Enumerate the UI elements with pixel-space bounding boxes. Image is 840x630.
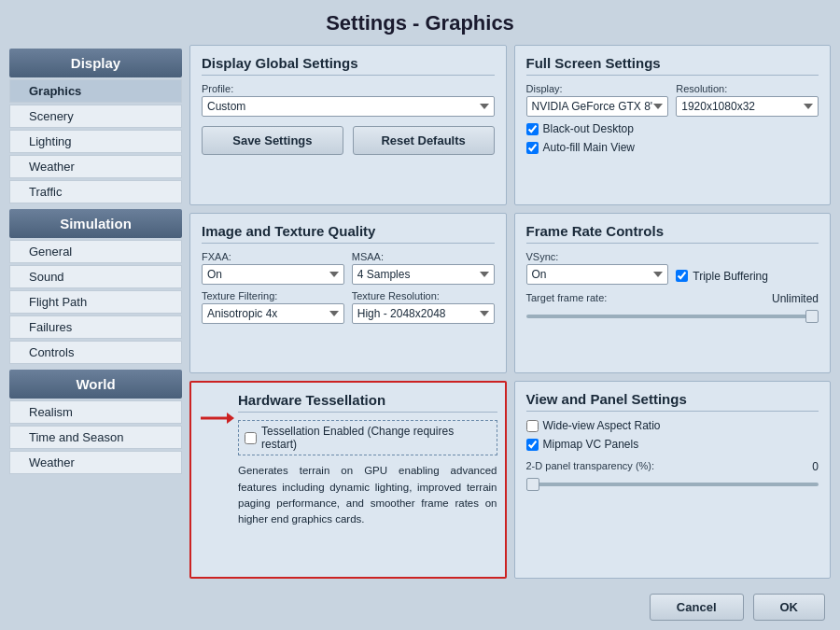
transparency-value: 0 <box>812 460 819 473</box>
wide-view-checkbox[interactable] <box>526 420 539 432</box>
sidebar-header-world: World <box>9 370 182 399</box>
sidebar-header-simulation: Simulation <box>9 209 182 238</box>
resolution-label: Resolution: <box>676 83 819 94</box>
sidebar-item-time-season[interactable]: Time and Season <box>9 426 182 449</box>
display-global-panel: Display Global Settings Profile: Custom … <box>189 45 507 205</box>
profile-select[interactable]: Custom <box>202 96 495 117</box>
texture-filtering-label: Texture Filtering: <box>202 290 344 301</box>
display-global-title: Display Global Settings <box>202 55 495 76</box>
display-select[interactable]: NVIDIA GeForce GTX 8' <box>526 96 669 117</box>
resolution-select[interactable]: 1920x1080x32 <box>676 96 819 117</box>
sidebar-item-controls[interactable]: Controls <box>9 341 182 364</box>
texture-resolution-select[interactable]: High - 2048x2048 <box>352 303 495 324</box>
tessellation-checkbox-label: Tessellation Enabled (Change requires re… <box>261 425 491 451</box>
triple-buffering-label: Triple Buffering <box>693 270 768 283</box>
tessellation-description: Generates terrain on GPU enabling advanc… <box>238 463 497 527</box>
content-area: Display Global Settings Profile: Custom … <box>189 45 831 586</box>
blackout-checkbox[interactable] <box>526 123 539 135</box>
mipmap-label: Mipmap VC Panels <box>543 438 639 451</box>
sidebar-header-display: Display <box>9 49 182 77</box>
sidebar-item-graphics[interactable]: Graphics <box>9 79 182 103</box>
tessellation-checkbox-row: Tessellation Enabled (Change requires re… <box>238 420 497 455</box>
arrow-indicator <box>199 392 234 567</box>
hardware-tessellation-panel: Hardware Tessellation Tessellation Enabl… <box>189 381 507 579</box>
view-panel-settings: View and Panel Settings Wide-view Aspect… <box>514 381 832 579</box>
image-texture-panel: Image and Texture Quality FXAA: On MSAA:… <box>189 213 507 374</box>
sidebar-item-sound[interactable]: Sound <box>9 265 182 288</box>
fxaa-select[interactable]: On <box>202 264 344 285</box>
sidebar-item-failures[interactable]: Failures <box>9 315 182 339</box>
target-frame-value: Unlimited <box>772 292 819 305</box>
sidebar-item-general[interactable]: General <box>9 240 182 263</box>
autofill-label: Auto-fill Main View <box>543 141 635 154</box>
sidebar-item-flight-path[interactable]: Flight Path <box>9 290 182 314</box>
tessellation-checkbox[interactable] <box>245 432 257 444</box>
wide-view-label: Wide-view Aspect Ratio <box>543 419 661 432</box>
triple-buffering-checkbox[interactable] <box>676 270 688 282</box>
display-label: Display: <box>526 83 669 94</box>
transparency-slider[interactable] <box>526 483 819 486</box>
sidebar-item-weather-display[interactable]: Weather <box>9 155 182 178</box>
fxaa-label: FXAA: <box>202 251 344 262</box>
sidebar-item-scenery[interactable]: Scenery <box>9 105 182 128</box>
ok-button[interactable]: OK <box>753 594 826 621</box>
tessellation-title: Hardware Tessellation <box>238 392 497 413</box>
target-frame-label: Target frame rate: <box>526 292 608 303</box>
transparency-label: 2-D panel transparency (%): <box>526 460 655 471</box>
vsync-select[interactable]: On <box>526 264 669 285</box>
vsync-label: VSync: <box>526 251 669 262</box>
full-screen-panel: Full Screen Settings Display: NVIDIA GeF… <box>514 45 832 205</box>
arrow-icon <box>199 409 234 427</box>
sidebar-item-realism[interactable]: Realism <box>9 400 182 424</box>
full-screen-title: Full Screen Settings <box>526 55 819 76</box>
sidebar-item-traffic[interactable]: Traffic <box>9 180 182 203</box>
profile-label: Profile: <box>202 83 495 94</box>
msaa-select[interactable]: 4 Samples <box>352 264 495 285</box>
image-texture-title: Image and Texture Quality <box>202 223 495 244</box>
page-title: Settings - Graphics <box>0 0 840 45</box>
texture-filtering-select[interactable]: Anisotropic 4x <box>202 303 344 324</box>
mipmap-checkbox[interactable] <box>526 439 539 451</box>
sidebar: Display Graphics Scenery Lighting Weathe… <box>9 45 182 586</box>
svg-marker-1 <box>227 413 234 424</box>
save-settings-button[interactable]: Save Settings <box>202 126 343 155</box>
frame-rate-panel: Frame Rate Controls VSync: On Triple Buf… <box>514 213 832 374</box>
autofill-checkbox[interactable] <box>526 142 539 154</box>
sidebar-item-lighting[interactable]: Lighting <box>9 130 182 153</box>
view-panel-title: View and Panel Settings <box>526 391 819 412</box>
target-frame-slider[interactable] <box>526 315 819 318</box>
msaa-label: MSAA: <box>352 251 495 262</box>
blackout-label: Black-out Desktop <box>543 122 634 135</box>
reset-defaults-button[interactable]: Reset Defaults <box>353 126 495 155</box>
texture-resolution-label: Texture Resolution: <box>352 290 495 301</box>
cancel-button[interactable]: Cancel <box>650 594 744 621</box>
frame-rate-title: Frame Rate Controls <box>526 223 819 244</box>
bottom-bar: Cancel OK <box>0 586 840 630</box>
tessellation-content: Hardware Tessellation Tessellation Enabl… <box>238 392 497 567</box>
sidebar-item-weather-world[interactable]: Weather <box>9 451 182 474</box>
